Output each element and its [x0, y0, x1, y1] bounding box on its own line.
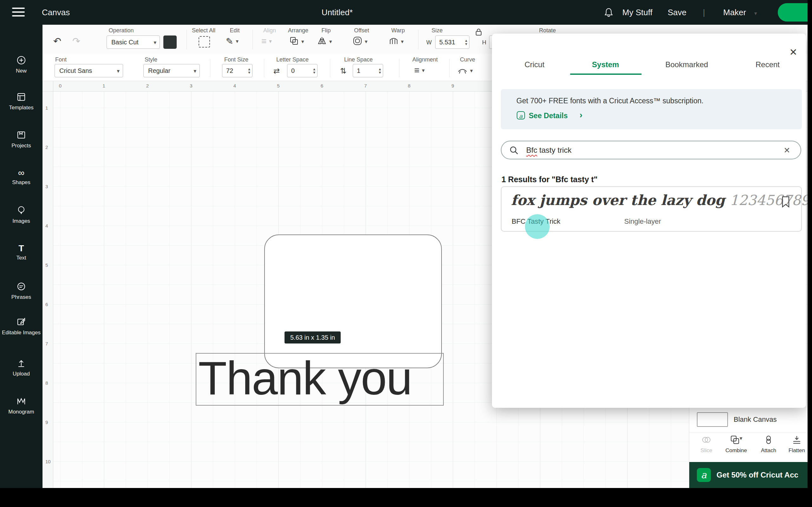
- arrange-menu[interactable]: [289, 36, 304, 47]
- sidebar-item-projects[interactable]: Projects: [0, 130, 43, 149]
- chevron-down-icon[interactable]: [754, 0, 757, 26]
- access-promo-banner[interactable]: a Get 50% off Cricut Acc: [689, 462, 812, 488]
- machine-selector[interactable]: Maker: [723, 0, 746, 25]
- font-size-input[interactable]: 72: [222, 64, 252, 77]
- tab-system[interactable]: System: [592, 60, 619, 69]
- font-dropdown[interactable]: Cricut Sans: [55, 64, 123, 77]
- operation-dropdown[interactable]: Basic Cut: [107, 36, 160, 49]
- align-icon: ≡: [261, 36, 266, 46]
- lock-icon[interactable]: [475, 28, 482, 38]
- access-upsell-banner: Get 700+ FREE fonts with a Cricut Access…: [501, 89, 802, 129]
- banner-text: Get 700+ FREE fonts with a Cricut Access…: [516, 97, 704, 105]
- width-input[interactable]: 5.531: [435, 36, 469, 49]
- select-all-icon[interactable]: [199, 36, 210, 48]
- chevron-down-icon: [269, 38, 272, 45]
- sidebar-item-text[interactable]: T Text: [0, 243, 43, 261]
- new-icon: [16, 61, 26, 66]
- chevron-right-icon: ›: [579, 110, 582, 120]
- phrases-icon: [16, 287, 26, 292]
- letter-space-label: Letter Space: [276, 56, 309, 63]
- templates-icon: [16, 98, 26, 103]
- sidebar-item-shapes[interactable]: ∞ Shapes: [0, 168, 43, 186]
- redo-icon: ↷: [72, 34, 80, 48]
- chevron-down-icon: [117, 67, 119, 74]
- cricut-access-icon: a: [697, 468, 711, 482]
- alignment-menu[interactable]: ≡: [414, 65, 425, 75]
- blank-canvas-swatch[interactable]: [697, 412, 728, 427]
- see-details-link[interactable]: See Details: [529, 112, 568, 120]
- tab-recent[interactable]: Recent: [756, 60, 780, 69]
- clear-search-icon[interactable]: ✕: [780, 145, 793, 156]
- flatten-button[interactable]: Flatten: [782, 435, 811, 454]
- save-button[interactable]: Save: [668, 0, 687, 25]
- make-it-button[interactable]: [778, 3, 812, 21]
- align-menu: ≡: [261, 36, 272, 46]
- font-size-label: Font Size: [224, 56, 248, 63]
- vertical-ruler: 1 2 3 4 5 6 7 8 9 10: [43, 91, 53, 488]
- tab-cricut[interactable]: Cricut: [525, 60, 545, 69]
- size-tooltip: 5.63 in x 1.35 in: [285, 331, 341, 343]
- sidebar-item-editable-images[interactable]: Editable Images: [0, 317, 43, 336]
- hamburger-menu-icon[interactable]: [12, 8, 25, 17]
- curve-menu[interactable]: [457, 65, 473, 76]
- monogram-icon: [16, 402, 26, 407]
- slice-icon: [702, 440, 711, 446]
- style-dropdown[interactable]: Regular: [143, 64, 200, 77]
- font-label: Font: [55, 56, 67, 63]
- close-icon[interactable]: ✕: [786, 45, 800, 59]
- bell-icon[interactable]: [604, 7, 614, 19]
- stepper-icon[interactable]: [313, 67, 315, 74]
- edit-menu[interactable]: ✎: [226, 36, 239, 47]
- flip-menu[interactable]: [317, 36, 332, 47]
- attach-icon: [764, 440, 773, 446]
- screen-edge-bottom: [0, 488, 812, 507]
- app-window: Canvas Untitled* My Stuff Save | Maker N…: [0, 0, 812, 507]
- line-space-input[interactable]: 1: [353, 64, 383, 77]
- slice-button: Slice: [692, 435, 721, 454]
- canvas-text-object[interactable]: Thank you: [198, 350, 445, 406]
- font-search-input[interactable]: Bfc tasty trick ✕: [501, 141, 801, 159]
- combine-button[interactable]: Combine: [722, 435, 751, 454]
- attach-button[interactable]: Attach: [754, 435, 783, 454]
- warp-menu[interactable]: [389, 36, 404, 47]
- chevron-down-icon: [194, 67, 196, 74]
- rounded-rectangle-shape[interactable]: [264, 234, 442, 368]
- promo-text: Get 50% off Cricut Acc: [716, 462, 798, 488]
- document-title[interactable]: Untitled*: [305, 0, 369, 25]
- stepper-icon[interactable]: [248, 67, 250, 74]
- undo-icon[interactable]: ↶: [53, 34, 61, 48]
- alignment-label: Alignment: [412, 56, 438, 63]
- sidebar-item-new[interactable]: New: [0, 55, 43, 74]
- alignment-icon: ≡: [414, 65, 419, 75]
- sidebar-item-phrases[interactable]: Phrases: [0, 281, 43, 300]
- bookmark-icon[interactable]: [781, 196, 790, 209]
- upload-icon: [16, 364, 26, 369]
- operation-label: Operation: [108, 27, 134, 34]
- sidebar-item-upload[interactable]: Upload: [0, 358, 43, 377]
- chevron-down-icon: [301, 38, 304, 45]
- rotate-label: Rotate: [539, 27, 556, 34]
- font-name: BFC Tasty Trick: [512, 217, 560, 226]
- search-text-misspelled: Bfc: [526, 146, 537, 154]
- letter-space-input[interactable]: 0: [287, 64, 317, 77]
- font-result-card[interactable]: fox jumps over the lazy dog 1234567890 B…: [501, 186, 802, 232]
- active-tab-underline: [570, 73, 642, 75]
- flip-label: Flip: [321, 27, 331, 34]
- arrange-icon: [289, 36, 299, 47]
- chevron-down-icon: [365, 38, 368, 45]
- chevron-down-icon: [470, 67, 473, 74]
- offset-icon: [353, 36, 362, 47]
- my-stuff-link[interactable]: My Stuff: [622, 0, 653, 25]
- tab-bookmarked[interactable]: Bookmarked: [665, 60, 708, 69]
- style-label: Style: [145, 56, 157, 63]
- operation-color-swatch[interactable]: [163, 36, 177, 49]
- sidebar-item-monogram[interactable]: Monogram: [0, 396, 43, 415]
- stepper-icon[interactable]: [379, 67, 381, 74]
- stepper-icon[interactable]: [465, 39, 467, 46]
- chevron-down-icon: [401, 38, 404, 45]
- results-count: 1 Results for "Bfc tasty t": [502, 175, 598, 184]
- offset-menu[interactable]: [353, 36, 368, 47]
- search-text: tasty trick: [537, 146, 571, 154]
- sidebar-item-images[interactable]: Images: [0, 205, 43, 224]
- sidebar-item-templates[interactable]: Templates: [0, 92, 43, 111]
